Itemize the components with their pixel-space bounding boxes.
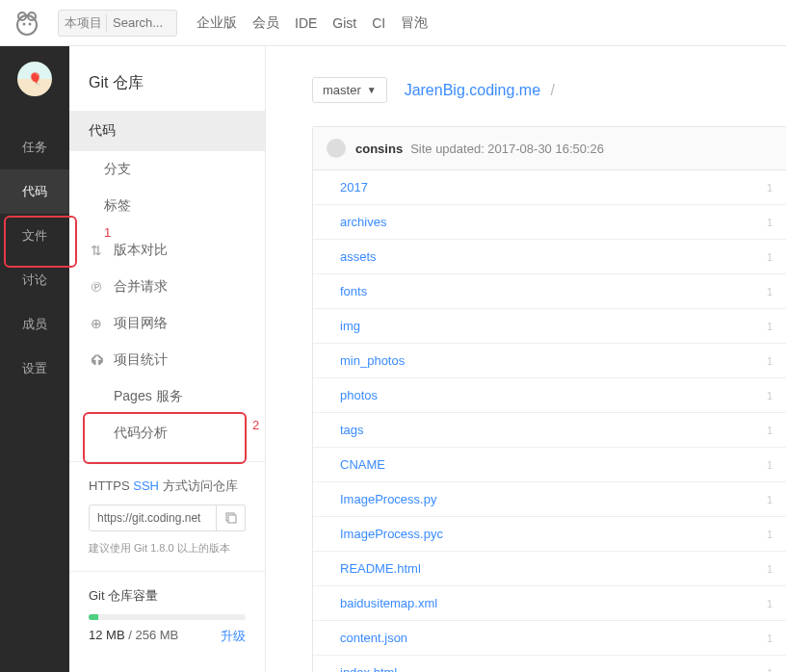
- file-name[interactable]: README.html: [340, 561, 421, 576]
- repo-name[interactable]: JarenBig.coding.me: [405, 82, 540, 98]
- file-name[interactable]: tags: [340, 423, 364, 437]
- midnav-pages[interactable]: Pages 服务: [69, 378, 265, 415]
- file-row[interactable]: assets1: [313, 240, 786, 274]
- compare-icon: ⇅: [89, 243, 104, 258]
- file-trail: 1: [767, 494, 773, 505]
- file-row[interactable]: min_photos1: [313, 344, 786, 378]
- commit-avatar: [327, 139, 346, 158]
- topnav-gist[interactable]: Gist: [332, 15, 356, 31]
- storage-upgrade-link[interactable]: 升级: [221, 628, 246, 645]
- file-trail: 1: [767, 182, 773, 194]
- file-name[interactable]: baidusitemap.xml: [340, 596, 437, 610]
- sidebar-code[interactable]: 代码: [0, 169, 69, 214]
- secondary-sidebar: Git 仓库 代码 分支 标签 ⇅版本对比 ℗合并请求 ⊕项目网络 ⮉项目统计 …: [69, 46, 266, 672]
- file-trail: 1: [767, 321, 773, 332]
- branch-selector[interactable]: master ▼: [312, 77, 387, 103]
- clone-suffix: 方式访问仓库: [163, 478, 238, 493]
- midnav-stats[interactable]: ⮉项目统计: [69, 342, 265, 378]
- search-scope: 本项目: [65, 14, 107, 32]
- sidebar-tasks[interactable]: 任务: [0, 125, 69, 169]
- file-name[interactable]: content.json: [340, 631, 407, 645]
- file-trail: 1: [767, 529, 773, 540]
- clone-url-input[interactable]: [89, 504, 217, 531]
- file-name[interactable]: img: [340, 319, 360, 333]
- topnav-maopao[interactable]: 冒泡: [401, 14, 428, 32]
- midnav-network[interactable]: ⊕项目网络: [69, 305, 265, 342]
- file-trail: 1: [767, 251, 773, 263]
- svg-point-4: [29, 22, 32, 25]
- merge-icon: ℗: [89, 279, 104, 295]
- storage-fill: [89, 614, 98, 620]
- file-trail: 1: [767, 286, 773, 297]
- midnav-compare[interactable]: ⇅版本对比: [69, 232, 265, 269]
- clone-tabs: HTTPS SSH 方式访问仓库: [89, 478, 246, 495]
- file-row[interactable]: README.html1: [313, 552, 786, 586]
- file-name[interactable]: fonts: [340, 284, 367, 298]
- file-row[interactable]: tags1: [313, 413, 786, 448]
- file-row[interactable]: ImageProcess.py1: [313, 482, 786, 517]
- file-trail: 1: [767, 459, 773, 471]
- mid-title: Git 仓库: [69, 46, 265, 111]
- svg-point-3: [23, 22, 26, 25]
- caret-down-icon: ▼: [367, 85, 377, 95]
- commit-header: consins Site updated: 2017-08-30 16:50:2…: [313, 127, 786, 170]
- topnav-ci[interactable]: CI: [372, 15, 385, 31]
- breadcrumb: master ▼ JarenBig.coding.me /: [312, 77, 786, 103]
- storage-title: Git 仓库容量: [89, 587, 246, 605]
- file-name[interactable]: photos: [340, 388, 378, 402]
- file-row[interactable]: 20171: [313, 170, 786, 205]
- path-sep: /: [551, 82, 555, 98]
- file-row[interactable]: archives1: [313, 205, 786, 240]
- file-name[interactable]: archives: [340, 215, 386, 229]
- file-row[interactable]: CNAME1: [313, 448, 786, 482]
- file-row[interactable]: ImageProcess.pyc1: [313, 517, 786, 552]
- midnav-merge[interactable]: ℗合并请求: [69, 269, 265, 305]
- file-trail: 1: [767, 390, 773, 401]
- topbar: 本项目 企业版 会员 IDE Gist CI 冒泡: [0, 0, 786, 46]
- file-list: consins Site updated: 2017-08-30 16:50:2…: [312, 126, 786, 672]
- copy-icon: [224, 511, 238, 525]
- file-trail: 1: [767, 633, 773, 644]
- search-input[interactable]: [113, 15, 170, 30]
- clone-hint: 建议使用 Git 1.8.0 以上的版本: [89, 541, 246, 556]
- topnav-member[interactable]: 会员: [252, 14, 279, 32]
- clone-copy-button[interactable]: [217, 504, 246, 531]
- file-row[interactable]: img1: [313, 309, 786, 344]
- branch-name: master: [323, 83, 361, 97]
- file-name[interactable]: 2017: [340, 180, 368, 194]
- file-name[interactable]: index.html: [340, 665, 397, 672]
- search-box[interactable]: 本项目: [58, 10, 177, 37]
- storage-usage: 12 MB / 256 MB: [89, 628, 178, 645]
- clone-tab-https[interactable]: HTTPS: [89, 478, 130, 493]
- storage-bar: [89, 614, 246, 620]
- commit-author[interactable]: consins: [355, 142, 403, 156]
- file-row[interactable]: baidusitemap.xml1: [313, 586, 786, 621]
- file-trail: 1: [767, 667, 773, 673]
- file-name[interactable]: ImageProcess.pyc: [340, 527, 443, 541]
- project-avatar[interactable]: 🎈: [17, 62, 52, 96]
- topnav-ide[interactable]: IDE: [295, 15, 317, 31]
- repo-path: JarenBig.coding.me /: [405, 82, 561, 99]
- sidebar-settings[interactable]: 设置: [0, 347, 69, 391]
- midnav-code[interactable]: 代码: [69, 111, 265, 151]
- logo-icon: [12, 8, 42, 39]
- file-row[interactable]: fonts1: [313, 274, 786, 309]
- file-name[interactable]: ImageProcess.py: [340, 492, 436, 506]
- midnav-analysis[interactable]: 代码分析: [69, 415, 265, 452]
- file-row[interactable]: photos1: [313, 378, 786, 413]
- sidebar-members[interactable]: 成员: [0, 302, 69, 347]
- commit-message: Site updated: 2017-08-30 16:50:26: [410, 142, 604, 156]
- file-row[interactable]: content.json1: [313, 621, 786, 656]
- midnav-branches[interactable]: 分支: [69, 151, 265, 188]
- file-name[interactable]: CNAME: [340, 457, 385, 472]
- storage-section: Git 仓库容量 12 MB / 256 MB 升级: [69, 571, 265, 645]
- sidebar-discuss[interactable]: 讨论: [0, 258, 69, 302]
- sidebar-files[interactable]: 文件: [0, 214, 69, 258]
- file-name[interactable]: min_photos: [340, 353, 405, 368]
- file-row[interactable]: index.html1: [313, 656, 786, 672]
- clone-tab-ssh[interactable]: SSH: [133, 478, 159, 493]
- main-content: master ▼ JarenBig.coding.me / consins Si…: [266, 46, 786, 672]
- file-name[interactable]: assets: [340, 249, 377, 264]
- topnav-enterprise[interactable]: 企业版: [196, 14, 237, 32]
- midnav-tags[interactable]: 标签: [69, 188, 265, 224]
